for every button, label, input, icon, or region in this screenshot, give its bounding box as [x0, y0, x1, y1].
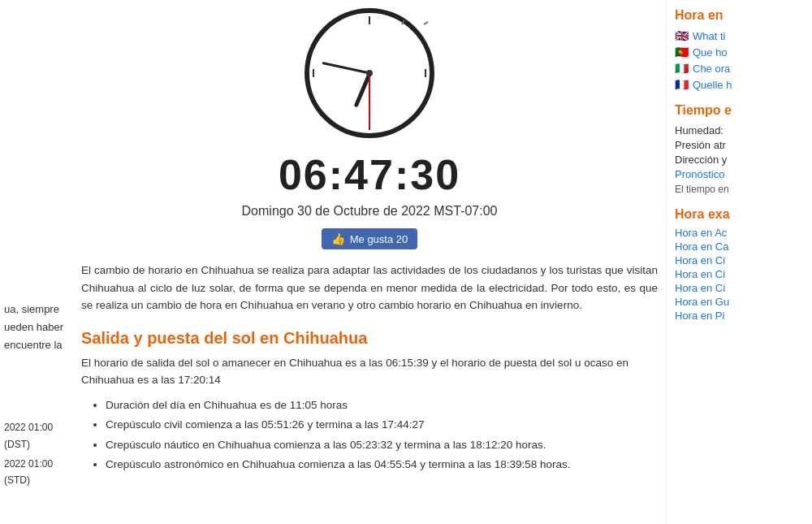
clock-section: 06:47:30 Domingo 30 de Octubre de 2022 M…: [73, 0, 666, 262]
presion-label: Presión atr: [675, 139, 804, 151]
ciudad-link-1[interactable]: Hora en Ca: [675, 240, 804, 253]
ciudad-link-6[interactable]: Hora en Pi: [675, 310, 804, 322]
flag-pt: 🇵🇹: [675, 45, 689, 58]
hora-exacta-section: Hora exa Hora en Ac Hora en Ca Hora en C…: [675, 207, 804, 322]
sunrise-section: Salida y puesta del sol en Chihuahua El …: [81, 329, 658, 474]
lang-link-it[interactable]: 🇮🇹 Che ora: [675, 62, 804, 75]
sunrise-title: Salida y puesta del sol en Chihuahua: [81, 329, 658, 348]
humedad-label: Humedad:: [675, 124, 804, 136]
clock-time: 06:47:30: [279, 150, 460, 199]
left-text-3: encuentre la: [4, 336, 69, 354]
list-item: Crepúsculo civil comienza a las 05:51:26…: [106, 415, 658, 435]
left-text-1: ua, siempre: [4, 301, 69, 318]
clock-face: [304, 8, 434, 138]
lang-link-fr[interactable]: 🇫🇷 Quelle h: [675, 78, 804, 91]
hora-exacta-title: Hora exa: [675, 207, 804, 222]
lang-link-en[interactable]: 🇬🇧 What ti: [675, 29, 804, 42]
sunrise-intro: El horario de salida del sol o amanecer …: [81, 354, 658, 389]
tiempo-section: Tiempo e Humedad: Presión atr Dirección …: [675, 103, 804, 195]
hora-en-title: Hora en: [675, 8, 804, 23]
description-text: El cambio de horario en Chihuahua se rea…: [81, 262, 658, 314]
std-entry: 2022 01:00 (STD): [4, 456, 69, 489]
ciudad-link-2[interactable]: Hora en Ci: [675, 254, 804, 266]
flag-it: 🇮🇹: [675, 62, 689, 75]
like-button[interactable]: 👍 Me gusta 20: [322, 228, 418, 249]
lang-label-pt: Que ho: [693, 46, 728, 58]
clock-date: Domingo 30 de Octubre de 2022 MST-07:00: [242, 204, 498, 219]
like-label: Me gusta 20: [350, 233, 408, 245]
tiempo-title: Tiempo e: [675, 103, 804, 118]
list-item: Crepúsculo náutico en Chihuahua comienza…: [106, 435, 658, 455]
center-dot: [366, 70, 373, 76]
lang-label-fr: Quelle h: [693, 79, 732, 91]
pronostico-link[interactable]: Pronóstico: [675, 168, 804, 180]
flag-uk: 🇬🇧: [675, 29, 689, 42]
lang-label-en: What ti: [693, 30, 725, 42]
ciudad-link-3[interactable]: Hora en Ci: [675, 268, 804, 280]
list-item: Crepúsculo astronómico en Chihuahua comi…: [106, 455, 658, 474]
left-text-2: ueden haber: [4, 318, 69, 336]
pronostico-sub: El tiempo en: [675, 184, 729, 195]
dst-entry: 2022 01:00 (DST): [4, 419, 69, 453]
ciudad-link-4[interactable]: Hora en Ci: [675, 282, 804, 294]
ciudad-link-0[interactable]: Hora en Ac: [675, 227, 804, 239]
ciudad-link-5[interactable]: Hora en Gu: [675, 296, 804, 308]
hora-en-section: Hora en 🇬🇧 What ti 🇵🇹 Que ho 🇮🇹 Che ora …: [675, 8, 804, 91]
flag-fr: 🇫🇷: [675, 78, 689, 91]
lang-label-it: Che ora: [693, 63, 730, 75]
lang-link-pt[interactable]: 🇵🇹 Que ho: [675, 45, 804, 58]
second-hand: [369, 73, 370, 128]
direccion-label: Dirección y: [675, 154, 804, 166]
right-sidebar: Hora en 🇬🇧 What ti 🇵🇹 Que ho 🇮🇹 Che ora …: [666, 0, 812, 524]
list-item: Duración del día en Chihuahua es de 11:0…: [106, 396, 658, 415]
like-icon: 👍: [331, 232, 345, 245]
sunrise-list: Duración del día en Chihuahua es de 11:0…: [81, 396, 658, 474]
